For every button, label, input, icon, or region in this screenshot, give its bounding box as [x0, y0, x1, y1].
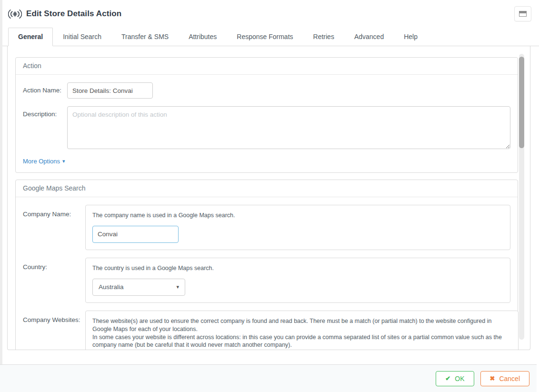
more-options-link[interactable]: More Options ▾: [23, 158, 65, 165]
dialog-footer: ✔ OK ✖ Cancel: [0, 364, 537, 392]
maximize-button[interactable]: [514, 6, 531, 21]
dialog-title: Edit Store Details Action: [26, 9, 121, 19]
tab-response-formats[interactable]: Response Formats: [227, 28, 303, 46]
tab-retries[interactable]: Retries: [303, 28, 344, 46]
audio-action-icon: [8, 9, 22, 19]
company-websites-row: Company Websites: These website(s) are u…: [23, 311, 510, 350]
google-maps-section-title: Google Maps Search: [16, 180, 518, 197]
tab-general[interactable]: General: [8, 28, 53, 46]
action-name-input[interactable]: [67, 82, 153, 99]
tab-transfer-sms[interactable]: Transfer & SMS: [111, 28, 179, 46]
action-section: Action Action Name: Description: More Op…: [15, 57, 518, 173]
country-row: Country: The country is used in a Google…: [23, 258, 510, 303]
company-websites-help-1: These website(s) are used to ensure the …: [92, 317, 511, 333]
cancel-button-label: Cancel: [499, 375, 520, 382]
country-select-value: Australia: [99, 283, 124, 291]
company-websites-panel: These website(s) are used to ensure the …: [85, 311, 519, 350]
ok-button[interactable]: ✔ OK: [436, 371, 474, 386]
company-name-help: The company name is used in a Google Map…: [92, 211, 503, 220]
description-row: Description:: [23, 106, 510, 149]
general-tab-panel: Action Action Name: Description: More Op…: [7, 46, 530, 350]
dialog-header: Edit Store Details Action: [2, 0, 539, 28]
country-select[interactable]: Australia ▾: [92, 279, 185, 296]
country-label: Country:: [23, 258, 85, 303]
edit-action-dialog: Edit Store Details Action General Initia…: [2, 0, 539, 392]
more-options-label: More Options: [23, 158, 60, 165]
company-websites-label: Company Websites:: [23, 311, 85, 350]
company-name-label: Company Name:: [23, 205, 85, 250]
tab-initial-search[interactable]: Initial Search: [53, 28, 111, 46]
action-section-body: Action Name: Description: More Options ▾: [16, 75, 518, 172]
google-maps-section-body: Company Name: The company name is used i…: [16, 197, 518, 350]
tab-advanced[interactable]: Advanced: [344, 28, 394, 46]
action-name-row: Action Name:: [23, 82, 510, 99]
description-label: Description:: [23, 106, 67, 149]
action-section-title: Action: [16, 58, 518, 75]
page-background-edge: [0, 0, 2, 364]
google-maps-section: Google Maps Search Company Name: The com…: [15, 180, 518, 350]
x-icon: ✖: [490, 375, 495, 382]
ok-button-label: OK: [455, 375, 464, 382]
tab-bar: General Initial Search Transfer & SMS At…: [2, 28, 539, 46]
company-websites-help-2: In some cases your website is different …: [92, 333, 511, 350]
chevron-down-icon: ▾: [176, 284, 179, 290]
company-name-panel: The company name is used in a Google Map…: [85, 205, 510, 250]
action-name-label: Action Name:: [23, 82, 67, 99]
country-help: The country is used in a Google Maps sea…: [92, 264, 503, 272]
country-panel: The country is used in a Google Maps sea…: [85, 258, 510, 303]
company-name-input[interactable]: [92, 226, 179, 243]
more-options-row: More Options ▾: [23, 157, 510, 165]
check-icon: ✔: [445, 375, 450, 382]
scrollbar-thumb[interactable]: [519, 57, 524, 148]
scrollbar[interactable]: [519, 54, 524, 340]
tab-help[interactable]: Help: [394, 28, 428, 46]
tab-attributes[interactable]: Attributes: [179, 28, 227, 46]
dialog-title-group: Edit Store Details Action: [8, 9, 121, 19]
company-name-row: Company Name: The company name is used i…: [23, 205, 510, 250]
description-textarea[interactable]: [67, 106, 510, 149]
window-maximize-icon: [519, 11, 527, 17]
chevron-down-icon: ▾: [62, 159, 65, 164]
cancel-button[interactable]: ✖ Cancel: [480, 371, 530, 386]
